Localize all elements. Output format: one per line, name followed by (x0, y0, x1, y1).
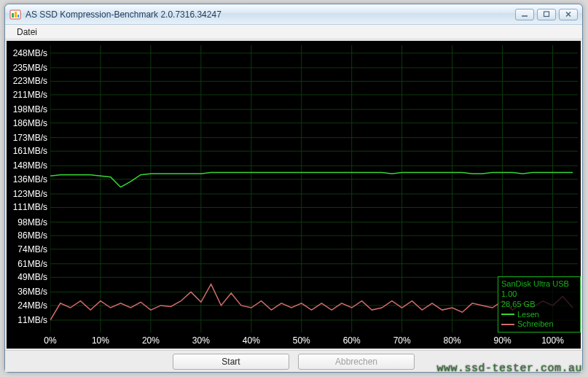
x-tick-label: 100% (541, 335, 564, 346)
legend-write-row: Schreiben (501, 319, 577, 330)
x-tick-label: 10% (92, 335, 109, 346)
legend-swatch-read (501, 314, 514, 315)
y-tick-label: 74MB/s (17, 244, 47, 254)
y-tick-label: 49MB/s (17, 272, 47, 282)
legend-capacity: 28,65 GB (501, 300, 577, 310)
app-window: AS SSD Kompression-Benchmark 2.0.7316.34… (4, 4, 583, 373)
window-controls (515, 9, 578, 20)
x-tick-label: 0% (44, 335, 56, 346)
y-tick-label: 11MB/s (17, 315, 47, 325)
y-tick-label: 148MB/s (13, 160, 47, 171)
y-tick-label: 24MB/s (17, 300, 47, 311)
x-tick-label: 40% (243, 335, 260, 346)
y-tick-label: 123MB/s (13, 189, 47, 199)
svg-rect-3 (17, 15, 19, 18)
legend-firmware: 1.00 (501, 289, 577, 300)
watermark-text: www.ssd-tester.com.au (436, 362, 582, 375)
y-tick-label: 211MB/s (13, 90, 47, 100)
y-tick-label: 98MB/s (17, 217, 47, 228)
legend-write-label: Schreiben (517, 319, 554, 330)
cancel-button[interactable]: Abbrechen (298, 354, 415, 370)
y-tick-label: 136MB/s (13, 174, 47, 184)
minimize-button[interactable] (515, 9, 534, 20)
x-tick-label: 30% (192, 335, 210, 346)
y-tick-label: 86MB/s (17, 230, 47, 241)
y-tick-label: 248MB/s (13, 48, 47, 58)
x-tick-label: 50% (293, 335, 310, 346)
menubar: Datei (5, 25, 582, 39)
chart-area: 11MB/s24MB/s36MB/s49MB/s61MB/s74MB/s86MB… (7, 41, 581, 349)
svg-rect-1 (12, 13, 14, 18)
x-tick-label: 20% (142, 335, 160, 346)
menu-file[interactable]: Datei (11, 26, 43, 39)
svg-rect-5 (544, 12, 549, 17)
x-tick-label: 80% (444, 335, 461, 346)
y-tick-label: 161MB/s (13, 146, 47, 156)
start-button[interactable]: Start (173, 354, 289, 370)
x-tick-label: 70% (393, 335, 411, 346)
y-tick-label: 186MB/s (13, 118, 47, 128)
legend-box: SanDisk Ultra USB 1.00 28,65 GB Lesen Sc… (498, 276, 581, 333)
window-title: AS SSD Kompression-Benchmark 2.0.7316.34… (26, 9, 515, 20)
y-tick-label: 36MB/s (17, 287, 47, 297)
y-tick-label: 223MB/s (13, 76, 47, 86)
legend-device: SanDisk Ultra USB (501, 279, 577, 289)
x-axis-labels: 0%10%20%30%40%50%60%70%80%90%100% (7, 334, 581, 346)
legend-swatch-write (501, 324, 514, 325)
x-tick-label: 90% (494, 335, 511, 346)
y-tick-label: 61MB/s (17, 259, 47, 269)
x-tick-label: 60% (343, 335, 361, 346)
y-tick-label: 198MB/s (13, 104, 47, 114)
y-tick-label: 173MB/s (13, 133, 47, 143)
y-tick-label: 235MB/s (13, 63, 47, 73)
close-button[interactable] (559, 9, 578, 20)
maximize-button[interactable] (537, 9, 556, 20)
legend-read-row: Lesen (501, 310, 577, 320)
titlebar: AS SSD Kompression-Benchmark 2.0.7316.34… (5, 4, 582, 25)
y-tick-label: 111MB/s (13, 202, 47, 212)
app-icon (9, 9, 21, 20)
svg-rect-2 (15, 12, 17, 18)
legend-read-label: Lesen (517, 310, 539, 320)
